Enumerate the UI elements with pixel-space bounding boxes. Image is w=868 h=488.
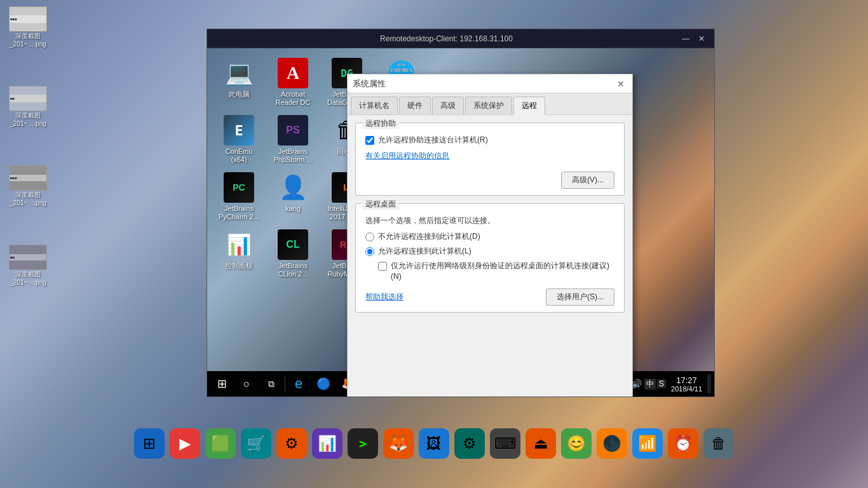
conemu-label: ConEmu(x64) (215, 147, 263, 164)
dialog-close-button[interactable]: ✕ (614, 78, 627, 90)
desktop-icon-conemu[interactable]: E ConEmu(x64) (214, 112, 264, 166)
dock-browser2[interactable]: 🌑 (597, 428, 627, 459)
clion-icon: CL (278, 229, 308, 260)
screenshot-2[interactable]: ■■ 深度截图_201~….png (6, 86, 50, 127)
desktop-icon-controlpanel[interactable]: 📊 控制面板 (214, 226, 264, 280)
tab-remote[interactable]: 远程 (513, 97, 545, 115)
dock-softmgr[interactable]: ⚙ (454, 428, 485, 459)
controlpanel-icon: 📊 (224, 229, 254, 260)
conemu-icon: E (224, 115, 254, 146)
desktop-icon-acrobat[interactable]: A AcrobatReader DC (268, 55, 318, 109)
dock-monitor[interactable]: 📊 (312, 428, 342, 459)
screenshot-label-2: 深度截图_201~….png (6, 111, 50, 127)
dock-green[interactable]: 🟩 (205, 428, 236, 459)
remote-time: 17:27 (676, 376, 697, 385)
help-me-choose-link[interactable]: 帮助我选择 (365, 292, 403, 302)
desktop-icon-phpstorm[interactable]: PS JetBrainsPhpStorm ... (268, 112, 318, 166)
remote-ime-s[interactable]: S (657, 379, 666, 388)
desktop-icon-clion[interactable]: CL JetBrainsCLion 2... (268, 226, 318, 280)
remote-assist-checkbox-row: 允许远程协助连接这台计算机(R) (365, 135, 614, 146)
tab-computername[interactable]: 计算机名 (351, 97, 398, 114)
tab-advanced[interactable]: 高级 (432, 97, 464, 114)
radio-allow-label: 允许远程连接到此计算机(L) (378, 246, 471, 257)
sysprop-dialog: 系统属性 ✕ 计算机名 硬件 高级 系统保护 远程 远程协助 (347, 74, 633, 396)
remote-desktop-desc: 选择一个选项，然后指定谁可以连接。 (365, 215, 614, 226)
dock-settings[interactable]: ⚙ (276, 428, 307, 459)
remote-titlebar: Remotedesktop-Client: 192.168.31.100 — ✕ (207, 29, 714, 48)
clion-label: JetBrainsCLion 2... (269, 262, 317, 278)
tab-hardware[interactable]: 硬件 (399, 97, 431, 114)
dock-photos[interactable]: 🖼 (419, 428, 449, 459)
pc-label: 此电脑 (215, 90, 263, 98)
dialog-content: 远程协助 允许远程协助连接这台计算机(R) 有关启用远程协助的信息 高级(V).… (348, 115, 632, 396)
remote-desktop-section-title: 远程桌面 (362, 199, 399, 210)
dock-smile[interactable]: 😊 (561, 428, 592, 459)
remote-search-button[interactable]: ○ (235, 372, 258, 395)
screenshot-4[interactable]: ■■ 深度截图_201~….png (6, 245, 50, 286)
remote-assist-checkbox[interactable] (365, 136, 374, 145)
screenshot-thumbnail-2: ■■ (9, 86, 47, 111)
remote-assist-checkbox-label: 允许远程协助连接这台计算机(R) (378, 135, 488, 146)
screenshot-3[interactable]: ■■■ 深度截图_201~….png (6, 165, 50, 207)
dock-store[interactable]: 🛒 (241, 428, 271, 459)
nla-checkbox-row: 仅允许运行使用网络级别身份验证的远程桌面的计算机连接(建议)(N) (378, 261, 614, 282)
desktop-screenshots: ■■■ 深度截图_201~….png ■■ 深度截图_201~….png ■■■… (6, 6, 50, 286)
remote-assist-advanced-button[interactable]: 高级(V)... (561, 172, 614, 189)
remote-edge-btn[interactable]: e (287, 372, 310, 395)
window-controls: — ✕ (679, 34, 708, 44)
dock-wifi[interactable]: 📶 (632, 428, 663, 459)
radio-disallow-row: 不允许远程连接到此计算机(D) (365, 231, 614, 242)
remote-desktop-section: 远程桌面 选择一个选项，然后指定谁可以连接。 不允许远程连接到此计算机(D) 允… (355, 203, 625, 313)
remote-start-button[interactable]: ⊞ (210, 372, 233, 395)
remote-assist-link[interactable]: 有关启用远程协助的信息 (365, 151, 614, 161)
screenshot-thumbnail-4: ■■ (9, 245, 47, 270)
remote-assist-title: 远程协助 (362, 118, 399, 129)
phpstorm-icon: PS (278, 115, 308, 146)
screenshot-label-4: 深度截图_201~….png (6, 270, 50, 286)
phpstorm-label: JetBrainsPhpStorm ... (269, 147, 317, 164)
bottom-dock: ⊞ ▶ 🟩 🛒 ⚙ 📊 > 🦊 🖼 ⚙ ⌨ ⏏ 😊 🌑 📶 ⏰ 🗑 (0, 424, 868, 463)
remote-desktop-window: Remotedesktop-Client: 192.168.31.100 — ✕… (207, 29, 715, 397)
radio-disallow[interactable] (365, 233, 374, 241)
dock-video[interactable]: ▶ (170, 428, 200, 459)
kang-icon: 👤 (278, 172, 308, 203)
dock-multitasking[interactable]: ⊞ (134, 428, 165, 459)
desktop: ■■■ 深度截图_201~….png ■■ 深度截图_201~….png ■■■… (0, 0, 868, 488)
radio-allow[interactable] (365, 247, 374, 256)
remote-date: 2018/4/11 (671, 385, 702, 393)
dock-terminal[interactable]: > (348, 428, 378, 459)
screenshot-label-1: 深度截图_201~….png (6, 32, 50, 48)
remote-ime-cn[interactable]: 中 (644, 379, 656, 390)
desktop-icon-pycharm[interactable]: PC JetBrainsPyCharm 2... (214, 169, 264, 223)
select-users-button[interactable]: 选择用户(S)... (546, 288, 614, 306)
dock-trash[interactable]: 🗑 (703, 428, 734, 459)
remote-show-desktop[interactable] (707, 374, 711, 393)
kang-label: kang (269, 205, 317, 213)
desktop-icon-kang[interactable]: 👤 kang (268, 169, 318, 223)
minimize-button[interactable]: — (679, 34, 692, 44)
remote-clock[interactable]: 17:27 2018/4/11 (667, 376, 706, 393)
dock-firefox[interactable]: 🦊 (383, 428, 414, 459)
radio-allow-row: 允许远程连接到此计算机(L) (365, 246, 614, 257)
remote-title: Remotedesktop-Client: 192.168.31.100 (214, 34, 679, 43)
remote-assist-section: 远程协助 允许远程协助连接这台计算机(R) 有关启用远程协助的信息 高级(V).… (355, 123, 625, 196)
nla-checkbox[interactable] (378, 262, 387, 271)
tab-systemprotection[interactable]: 系统保护 (465, 97, 512, 114)
nla-checkbox-label: 仅允许运行使用网络级别身份验证的远程桌面的计算机连接(建议)(N) (391, 261, 613, 282)
screenshot-thumbnail-3: ■■■ (9, 165, 47, 191)
screenshot-1[interactable]: ■■■ 深度截图_201~….png (6, 6, 50, 48)
remote-taskview-button[interactable]: ⧉ (260, 372, 283, 395)
pc-icon: 💻 (224, 58, 254, 88)
dialog-tabs: 计算机名 硬件 高级 系统保护 远程 (348, 93, 632, 115)
screenshot-label-3: 深度截图_201~….png (6, 191, 50, 207)
dock-eject[interactable]: ⏏ (526, 428, 556, 459)
dock-timetrack[interactable]: ⏰ (668, 428, 698, 459)
dock-keyboard[interactable]: ⌨ (490, 428, 520, 459)
remote-chrome-btn[interactable]: 🔵 (312, 372, 335, 395)
close-button[interactable]: ✕ (695, 34, 708, 44)
pycharm-icon: PC (224, 172, 254, 203)
controlpanel-label: 控制面板 (215, 262, 263, 270)
desktop-icon-pc[interactable]: 💻 此电脑 (214, 55, 264, 109)
pycharm-label: JetBrainsPyCharm 2... (215, 205, 263, 221)
dialog-title: 系统属性 (353, 78, 386, 90)
